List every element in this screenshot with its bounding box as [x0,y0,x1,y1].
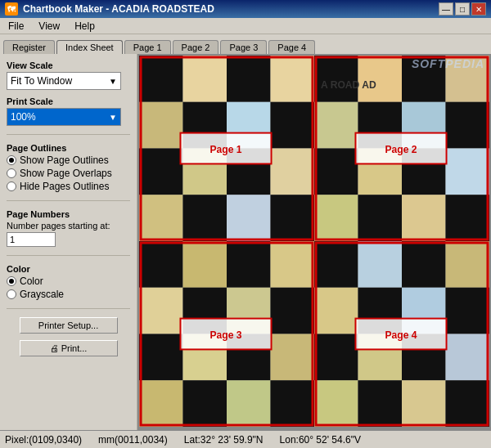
svg-rect-28 [314,195,358,241]
svg-text:Page 4: Page 4 [385,330,417,342]
menu-bar: File View Help [0,18,491,34]
svg-text:Page 2: Page 2 [385,145,417,156]
svg-rect-15 [446,102,490,149]
page-numbers-section: Page Numbers Number pages starting at: [7,209,130,247]
svg-rect-59 [271,380,315,427]
svg-rect-3 [271,56,315,102]
svg-rect-30 [402,195,446,241]
svg-rect-39 [446,241,490,288]
menu-view[interactable]: View [35,20,63,33]
svg-rect-37 [358,241,403,288]
print-scale-arrow: ▼ [109,113,117,122]
color-label: Color [7,264,130,274]
view-scale-select[interactable]: Fit To Window ▼ [7,72,121,90]
svg-rect-61 [358,380,403,427]
printer-setup-button[interactable]: Printer Setup... [20,317,118,334]
svg-rect-20 [314,149,358,195]
svg-rect-6 [402,56,446,102]
main-area: View Scale Fit To Window ▼ Print Scale 1… [0,54,491,430]
svg-rect-58 [227,380,271,427]
svg-rect-51 [271,334,315,381]
divider-3 [7,255,130,256]
divider-1 [7,134,130,135]
svg-rect-43 [271,288,315,334]
print-scale-select[interactable]: 100% ▼ [7,108,121,126]
close-button[interactable]: ✕ [471,2,486,16]
svg-rect-26 [227,195,271,241]
svg-rect-2 [227,56,271,102]
svg-rect-56 [139,380,183,427]
radio-show-overlaps-circle [7,168,16,178]
radio-grayscale-circle [7,289,16,299]
radio-show-overlaps[interactable]: Show Page Overlaps [7,168,130,179]
app-icon: 🗺 [5,2,18,16]
right-panel: SOFTPEDIA [137,54,491,430]
view-scale-section: View Scale Fit To Window ▼ [7,60,130,90]
radio-hide-outlines[interactable]: Hide Pages Outlines [7,181,130,192]
divider-4 [7,308,130,309]
radio-color-circle [7,276,16,286]
svg-rect-8 [139,102,183,149]
title-bar: 🗺 Chartbook Maker - ACADIA ROADSTEAD — □… [0,0,491,18]
tab-register[interactable]: Register [3,40,55,54]
maximize-button[interactable]: □ [455,2,470,16]
menu-file[interactable]: File [5,20,27,33]
tab-page1[interactable]: Page 1 [124,40,171,54]
svg-rect-38 [402,241,446,288]
page-numbers-label: Page Numbers [7,209,130,219]
svg-rect-48 [139,334,183,381]
svg-rect-23 [446,149,490,195]
print-button[interactable]: 🖨 Print... [20,340,118,356]
tab-index-sheet[interactable]: Index Sheet [56,40,123,54]
status-pixel: Pixel:(0109,0340) [5,434,82,446]
radio-grayscale[interactable]: Grayscale [7,289,130,300]
page-outlines-section: Page Outlines Show Page Outlines Show Pa… [7,143,130,192]
svg-text:Page 1: Page 1 [209,145,241,156]
page-outlines-label: Page Outlines [7,143,130,153]
app-title: Chartbook Maker - ACADIA ROADSTEAD [23,3,214,15]
radio-color[interactable]: Color [7,276,130,287]
divider-2 [7,200,130,201]
status-lat: Lat:32° 23' 59.9"N [184,434,264,446]
svg-rect-29 [358,195,403,241]
svg-rect-24 [139,195,183,241]
svg-rect-62 [402,380,446,427]
radio-show-outlines[interactable]: Show Page Outlines [7,155,130,166]
left-panel: View Scale Fit To Window ▼ Print Scale 1… [0,54,137,430]
svg-rect-36 [314,241,358,288]
print-scale-section: Print Scale 100% ▼ [7,96,130,126]
status-mm: mm(0011,0034) [98,434,168,446]
svg-rect-7 [446,56,490,102]
svg-text:A   ROAD AD: A ROAD AD [321,79,376,91]
svg-rect-35 [271,241,315,288]
svg-rect-32 [139,241,183,288]
svg-rect-1 [183,56,227,102]
svg-rect-16 [139,149,183,195]
svg-rect-52 [314,334,358,381]
svg-rect-27 [271,195,315,241]
radio-hide-outlines-circle [7,181,16,191]
svg-rect-31 [446,195,490,241]
page-numbers-input[interactable] [7,232,56,247]
view-scale-label: View Scale [7,60,130,70]
svg-rect-33 [183,241,227,288]
svg-rect-12 [314,102,358,149]
view-scale-arrow: ▼ [109,77,117,86]
svg-rect-0 [139,56,183,102]
tab-page3[interactable]: Page 3 [220,40,267,54]
color-section: Color Color Grayscale [7,264,130,300]
tab-page4[interactable]: Page 4 [268,40,315,54]
page-outlines-group: Show Page Outlines Show Page Overlaps Hi… [7,155,130,192]
menu-help[interactable]: Help [71,20,98,33]
tab-bar: Register Index Sheet Page 1 Page 2 Page … [0,34,491,54]
svg-rect-34 [227,241,271,288]
svg-rect-19 [271,149,315,195]
svg-rect-40 [139,288,183,334]
chart-view[interactable]: Page 1 Page 2 Page 3 Page 4 A ROAD AD [139,56,489,428]
svg-rect-11 [271,102,315,149]
tab-page2[interactable]: Page 2 [173,40,219,54]
svg-rect-25 [183,195,227,241]
status-lon: Lon:60° 52' 54.6"V [280,434,361,446]
svg-rect-57 [183,380,227,427]
minimize-button[interactable]: — [439,2,453,16]
